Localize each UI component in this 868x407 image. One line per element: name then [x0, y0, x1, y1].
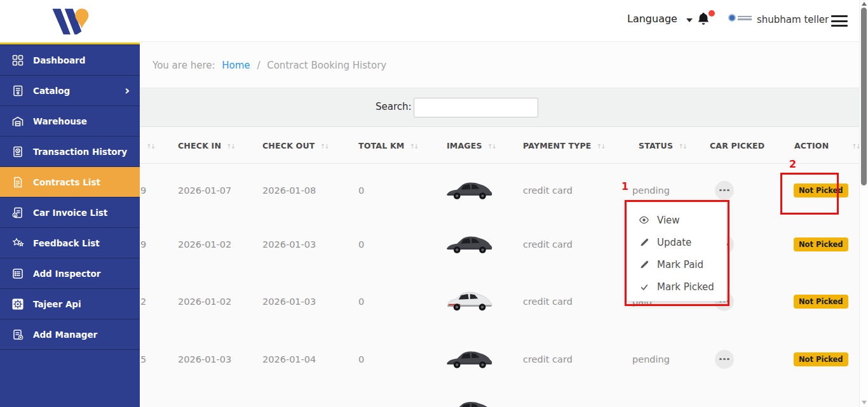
language-dropdown[interactable]: Language — [627, 13, 677, 25]
column-header-payment-type[interactable]: PAYMENT TYPE — [523, 141, 604, 150]
sidebar-item-label: Tajeer Api — [33, 299, 81, 309]
sidebar-item-transaction-history[interactable]: Transaction History — [0, 137, 140, 167]
column-header-total-km[interactable]: TOTAL KM — [358, 141, 417, 150]
scrollbar-thumb[interactable] — [861, 8, 867, 185]
booking-id-cell: 9 — [140, 185, 146, 196]
sort-icon — [678, 143, 686, 150]
dashboard-icon — [11, 53, 25, 67]
column-header-check-in[interactable]: CHECK IN — [178, 141, 234, 150]
sidebar-item-catalog[interactable]: Catalog — [0, 76, 140, 106]
caret-down-icon — [686, 18, 693, 22]
column-header-images[interactable]: IMAGES — [447, 141, 496, 150]
chevron-right-icon — [125, 83, 130, 97]
car-image — [444, 234, 495, 255]
vertical-scrollbar[interactable] — [859, 0, 868, 407]
status-cell: pending — [632, 185, 670, 196]
table-row: 2 2026-01-02 2026-01-03 0 credit card pa… — [140, 272, 859, 330]
hamburger-menu-icon[interactable] — [831, 15, 848, 30]
avatar[interactable] — [728, 13, 754, 23]
column-header-car-picked: CAR PICKED — [710, 141, 764, 150]
breadcrumb-home-link[interactable]: Home — [222, 60, 250, 71]
car-picked-badge: Not Picked — [794, 183, 848, 197]
breadcrumb-band: You are here: Home / Contract Booking Hi… — [140, 42, 859, 88]
car-image — [444, 180, 495, 201]
total-km-cell: 0 — [358, 297, 364, 307]
sidebar-item-dashboard[interactable]: Dashboard — [0, 45, 140, 76]
payment-type-cell: credit card — [523, 297, 573, 307]
car-invoice-icon: $ — [11, 206, 25, 220]
sort-icon — [851, 143, 860, 150]
booking-id-cell: 9 — [140, 239, 146, 250]
menu-item-mark-picked[interactable]: Mark Picked — [627, 276, 726, 298]
search-band: Search: — [140, 88, 859, 127]
car-picked-badge: Not Picked — [794, 352, 848, 366]
scroll-down-arrow-icon[interactable] — [862, 401, 867, 404]
check-in-cell: 2026-01-03 — [178, 354, 231, 364]
annotation-step-1: 1 — [621, 180, 628, 192]
sidebar-item-label: Car Invoice List — [33, 208, 107, 218]
sidebar-item-add-manager[interactable]: Add Manager — [0, 319, 140, 350]
sidebar-item-label: Feedback List — [33, 238, 100, 248]
sidebar-item-contracts-list[interactable]: Contracts List — [0, 167, 140, 197]
car-image — [444, 290, 495, 312]
sidebar-item-car-invoice-list[interactable]: $ Car Invoice List — [0, 197, 140, 228]
list-icon — [11, 267, 25, 281]
pencil-icon — [639, 237, 649, 248]
check-out-cell: 2026-01-03 — [262, 239, 316, 250]
status-cell: pending — [632, 354, 670, 364]
breadcrumb: You are here: Home / Contract Booking Hi… — [153, 60, 386, 71]
car-image-partial — [444, 399, 495, 407]
sidebar-item-label: Transaction History — [33, 147, 127, 157]
sidebar-item-feedback-list[interactable]: Feedback List — [0, 228, 140, 258]
sidebar-item-label: Warehouse — [33, 116, 87, 126]
check-icon — [639, 281, 649, 292]
api-gear-icon — [11, 297, 25, 311]
topbar: Language shubham teller — [140, 0, 859, 42]
search-input[interactable] — [414, 98, 538, 117]
check-out-cell: 2026-01-03 — [262, 297, 316, 307]
total-km-cell: 0 — [358, 185, 364, 196]
column-header-status[interactable]: STATUS — [639, 141, 686, 150]
sidebar-nav: Dashboard Catalog Warehouse — [0, 44, 140, 350]
sort-icon — [226, 143, 234, 150]
check-in-cell: 2026-01-02 — [178, 297, 231, 307]
menu-item-update[interactable]: Update — [627, 231, 726, 253]
notifications-button[interactable] — [696, 11, 714, 30]
total-km-cell: 0 — [358, 239, 364, 250]
menu-item-mark-paid[interactable]: Mark Paid — [627, 253, 726, 276]
brand-logo[interactable] — [0, 0, 140, 44]
check-out-cell: 2026-01-08 — [262, 185, 316, 196]
scroll-up-arrow-icon[interactable] — [862, 2, 867, 6]
catalog-icon — [11, 84, 25, 98]
w-logo-icon — [49, 7, 91, 36]
menu-item-view[interactable]: View — [627, 209, 726, 231]
check-in-cell: 2026-01-07 — [178, 185, 231, 196]
sidebar-item-label: Dashboard — [33, 55, 85, 65]
column-header-id[interactable] — [141, 141, 154, 150]
sort-icon — [320, 143, 329, 150]
breadcrumb-prefix: You are here: — [153, 60, 215, 71]
table-row: 9 2026-01-07 2026-01-08 0 credit card pe… — [140, 164, 859, 217]
sidebar-item-add-inspector[interactable]: Add Inspector — [0, 258, 140, 289]
user-name[interactable]: shubham teller — [757, 14, 829, 25]
car-picked-badge: Not Picked — [794, 295, 848, 309]
check-out-cell: 2026-01-04 — [262, 354, 316, 364]
booking-id-cell: 5 — [140, 354, 146, 364]
column-header-check-out[interactable]: CHECK OUT — [262, 141, 328, 150]
sidebar-item-warehouse[interactable]: Warehouse — [0, 106, 140, 137]
column-header-trailing-sort[interactable] — [846, 141, 860, 150]
payment-type-cell: credit card — [523, 185, 573, 196]
actions-menu-button[interactable] — [715, 350, 734, 369]
actions-menu-button[interactable] — [715, 181, 734, 200]
check-in-cell: 2026-01-02 — [178, 239, 231, 250]
sort-icon — [409, 143, 417, 150]
actions-dropdown-menu: View Update Mark Paid Mark Picked — [627, 202, 727, 302]
payment-type-cell: credit card — [523, 354, 573, 364]
column-header-action[interactable]: ACTION — [794, 141, 829, 150]
pencil-icon — [639, 259, 649, 270]
booking-id-cell: 2 — [140, 297, 146, 307]
sidebar-item-label: Contracts List — [33, 177, 100, 187]
app-window: Language shubham teller — [0, 0, 868, 407]
total-km-cell: 0 — [358, 354, 364, 364]
sidebar-item-tajeer-api[interactable]: Tajeer Api — [0, 289, 140, 319]
